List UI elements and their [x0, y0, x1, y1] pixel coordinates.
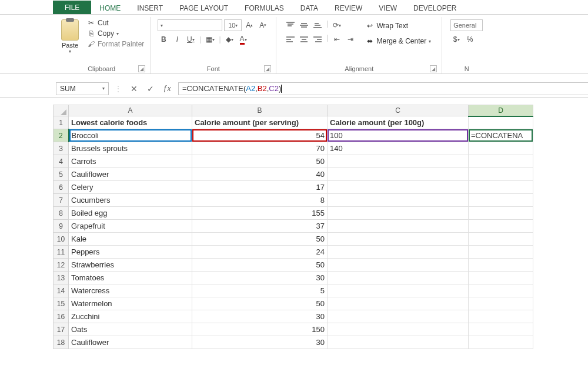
cell[interactable]: 8 — [192, 194, 328, 207]
cell[interactable]: Grapefruit — [69, 220, 192, 233]
underline-button[interactable]: U ▾ — [185, 33, 196, 45]
cell[interactable]: 37 — [192, 220, 328, 233]
cell[interactable]: Celery — [69, 181, 192, 194]
cell[interactable]: Cauliflower — [69, 168, 192, 181]
cell[interactable]: 50 — [192, 155, 328, 168]
italic-button[interactable]: I — [171, 33, 183, 45]
cell[interactable]: Tomatoes — [69, 272, 192, 284]
cell[interactable] — [328, 220, 469, 233]
cell[interactable] — [328, 246, 469, 259]
align-bottom-button[interactable] — [312, 19, 323, 31]
row-header[interactable]: 18 — [54, 336, 69, 349]
cell[interactable] — [469, 246, 533, 259]
cell[interactable] — [328, 233, 469, 246]
merge-center-button[interactable]: ⬌Merge & Center ▾ — [363, 35, 433, 48]
decrease-indent-button[interactable]: ⇤ — [331, 33, 343, 45]
row-header[interactable]: 14 — [54, 284, 69, 297]
row-header[interactable]: 6 — [54, 181, 69, 194]
cell[interactable] — [469, 142, 533, 155]
cell[interactable] — [469, 259, 533, 272]
name-box[interactable]: SUM▾ — [56, 82, 109, 95]
cell[interactable]: 50 — [192, 259, 328, 272]
tab-data[interactable]: DATA — [292, 1, 326, 14]
cell[interactable]: =CONCATENA — [469, 129, 533, 142]
cell[interactable]: 30 — [192, 310, 328, 323]
cell[interactable]: 17 — [192, 181, 328, 194]
cell[interactable]: Brussels sprouts — [69, 142, 192, 155]
cell[interactable]: Oats — [69, 323, 192, 336]
insert-function-button[interactable]: ƒx — [161, 82, 173, 95]
cell[interactable]: Carrots — [69, 155, 192, 168]
align-top-button[interactable] — [285, 19, 296, 31]
tab-home[interactable]: HOME — [91, 1, 129, 14]
accounting-format-button[interactable]: $▾ — [450, 33, 462, 45]
cell[interactable]: Watercress — [69, 284, 192, 297]
percent-format-button[interactable]: % — [464, 33, 476, 45]
tab-page-layout[interactable]: PAGE LAYOUT — [171, 1, 236, 14]
enter-formula-button[interactable]: ✓ — [144, 82, 157, 95]
wrap-text-button[interactable]: ↩Wrap Text — [363, 19, 433, 32]
spreadsheet-grid[interactable]: A B C D 1 Lowest calorie foods Calorie a… — [0, 105, 588, 349]
row-header[interactable]: 9 — [54, 220, 69, 233]
row-header[interactable]: 11 — [54, 246, 69, 259]
align-right-button[interactable] — [312, 33, 323, 45]
cell[interactable]: Lowest calorie foods — [69, 116, 192, 129]
cell[interactable] — [469, 207, 533, 220]
cell[interactable]: 50 — [192, 233, 328, 246]
row-header[interactable]: 1 — [54, 116, 69, 129]
cell[interactable] — [328, 323, 469, 336]
row-header[interactable]: 8 — [54, 207, 69, 220]
cell[interactable] — [328, 168, 469, 181]
row-header[interactable]: 3 — [54, 142, 69, 155]
cancel-formula-button[interactable]: ✕ — [128, 82, 141, 95]
cell[interactable] — [469, 272, 533, 284]
cell[interactable] — [469, 220, 533, 233]
cell[interactable]: 54 — [192, 129, 328, 142]
tab-review[interactable]: REVIEW — [326, 1, 370, 14]
cell[interactable] — [328, 207, 469, 220]
cell[interactable] — [469, 310, 533, 323]
cell[interactable] — [328, 155, 469, 168]
clipboard-dialog-launcher[interactable]: ◢ — [138, 65, 145, 72]
cell[interactable]: 140 — [328, 142, 469, 155]
borders-button[interactable]: ▦ ▾ — [204, 33, 216, 45]
tab-developer[interactable]: DEVELOPER — [405, 1, 465, 14]
increase-indent-button[interactable]: ⇥ — [345, 33, 356, 45]
orientation-button[interactable]: ⟳▾ — [331, 19, 343, 31]
cell[interactable]: 40 — [192, 168, 328, 181]
row-header[interactable]: 2 — [54, 129, 69, 142]
cell[interactable] — [469, 233, 533, 246]
paste-button[interactable]: Paste ▾ — [58, 18, 82, 55]
cell[interactable] — [328, 310, 469, 323]
cell[interactable]: 150 — [192, 323, 328, 336]
cell[interactable]: Kale — [69, 233, 192, 246]
cell[interactable]: 24 — [192, 246, 328, 259]
copy-button[interactable]: ⎘Copy ▾ — [86, 29, 145, 38]
cell[interactable]: Strawberries — [69, 259, 192, 272]
column-headers[interactable]: A B C D — [54, 105, 533, 116]
cell[interactable]: 5 — [192, 284, 328, 297]
row-header[interactable]: 16 — [54, 310, 69, 323]
font-name-combo[interactable]: ▾ — [158, 19, 222, 31]
cell[interactable]: Watermelon — [69, 297, 192, 310]
alignment-dialog-launcher[interactable]: ◢ — [430, 65, 437, 72]
row-header[interactable]: 12 — [54, 259, 69, 272]
select-all-corner[interactable] — [54, 105, 69, 116]
col-header-b[interactable]: B — [192, 105, 328, 116]
tab-view[interactable]: VIEW — [370, 1, 405, 14]
cell[interactable] — [328, 336, 469, 349]
row-header[interactable]: 13 — [54, 272, 69, 284]
cell[interactable] — [469, 194, 533, 207]
cell[interactable]: 70 — [192, 142, 328, 155]
formula-input[interactable]: =CONCATENATE(A2,B2,C2) — [178, 82, 588, 95]
row-header[interactable]: 4 — [54, 155, 69, 168]
align-center-button[interactable] — [298, 33, 310, 45]
number-format-combo[interactable]: General — [450, 19, 483, 31]
row-header[interactable]: 7 — [54, 194, 69, 207]
cell[interactable] — [328, 194, 469, 207]
cell[interactable] — [469, 181, 533, 194]
tab-insert[interactable]: INSERT — [129, 1, 171, 14]
cell[interactable]: 30 — [192, 336, 328, 349]
tab-file[interactable]: FILE — [53, 1, 91, 14]
cell[interactable] — [469, 116, 533, 129]
